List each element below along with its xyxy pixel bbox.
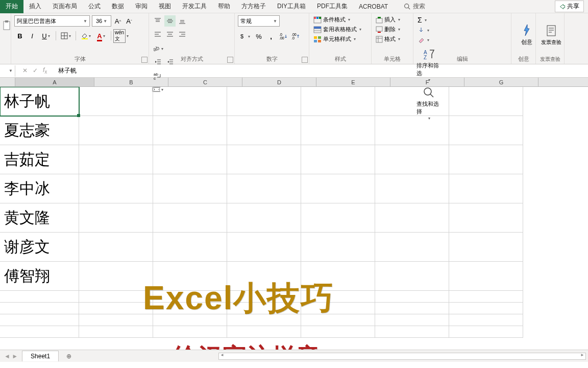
cell-a6[interactable]: 谢彦文 (0, 233, 79, 262)
cell-a2[interactable]: 夏志豪 (0, 116, 79, 145)
cell[interactable] (0, 314, 79, 326)
cell[interactable] (79, 262, 153, 291)
comma-button[interactable]: , (265, 31, 277, 42)
number-format-select[interactable]: 常规▼ (238, 15, 280, 27)
cell[interactable] (301, 145, 375, 174)
col-header-d[interactable]: D (242, 78, 316, 86)
cell[interactable] (375, 116, 449, 145)
cell[interactable] (449, 233, 523, 262)
cell[interactable] (153, 87, 227, 116)
wrap-text-button[interactable]: abc (152, 71, 163, 82)
cell-a4[interactable]: 李中冰 (0, 174, 79, 203)
tab-home[interactable]: 开始 (0, 0, 23, 13)
format-table-button[interactable]: 套用表格格式▾ (312, 25, 368, 34)
align-bottom-button[interactable] (177, 15, 188, 27)
increase-font-button[interactable]: A^ (113, 15, 122, 27)
format-cells-button[interactable]: 格式▾ (375, 35, 410, 43)
fx-button[interactable]: fx (43, 66, 47, 75)
percent-button[interactable]: % (253, 31, 264, 42)
cell[interactable] (375, 87, 449, 116)
cell[interactable] (449, 116, 523, 145)
horizontal-scrollbar[interactable] (218, 353, 586, 360)
cell[interactable] (153, 145, 227, 174)
alignment-dialog-launcher[interactable] (227, 57, 233, 63)
italic-button[interactable]: I (27, 30, 38, 41)
phonetic-button[interactable]: wén文▾ (114, 30, 128, 41)
col-header-a[interactable]: A (15, 78, 94, 86)
cell[interactable] (375, 303, 449, 314)
font-name-select[interactable]: 阿里巴巴普惠体▼ (14, 15, 90, 27)
search-box[interactable]: 搜索 (404, 2, 425, 11)
tab-developer[interactable]: 开发工具 (177, 0, 212, 13)
cell[interactable] (449, 174, 523, 203)
ideas-button[interactable]: 创意 (514, 15, 539, 52)
cell[interactable] (79, 326, 153, 338)
cell[interactable] (79, 233, 153, 262)
cell[interactable] (449, 314, 523, 326)
cell[interactable] (0, 291, 79, 303)
cell[interactable] (375, 314, 449, 326)
cell-styles-button[interactable]: 单元格样式▾ (312, 35, 368, 43)
cell[interactable] (227, 116, 301, 145)
cell[interactable] (0, 326, 79, 338)
add-sheet-button[interactable]: ⊕ (63, 350, 75, 362)
cell[interactable] (153, 174, 227, 203)
cell[interactable] (449, 145, 523, 174)
spreadsheet-grid[interactable]: 林子帆 夏志豪 吉茹定 李中冰 黄文隆 谢彦文 傅智翔 Excel小技巧 给汉字… (0, 87, 588, 350)
enter-formula-button[interactable]: ✓ (33, 67, 38, 74)
cell[interactable] (449, 203, 523, 233)
conditional-format-button[interactable]: 条件格式▾ (312, 15, 368, 24)
tab-pdf[interactable]: PDF工具集 (311, 0, 353, 13)
cell[interactable] (0, 303, 79, 314)
increase-decimal-button[interactable]: .0.00 (278, 31, 289, 42)
delete-cells-button[interactable]: 删除▾ (375, 25, 410, 34)
cell[interactable] (227, 145, 301, 174)
cell[interactable] (79, 174, 153, 203)
fill-button[interactable]: ▾ (416, 26, 508, 34)
cell[interactable] (449, 87, 523, 116)
cell[interactable] (449, 326, 523, 338)
sort-filter-button[interactable]: AZ 排序和筛选▾ (416, 46, 441, 82)
name-box[interactable]: ▼ (0, 65, 15, 77)
tab-diy[interactable]: DIY工具箱 (272, 0, 311, 13)
align-left-button[interactable] (152, 29, 163, 40)
tab-help[interactable]: 帮助 (212, 0, 236, 13)
fill-color-button[interactable]: ▾ (79, 30, 93, 41)
cell[interactable] (375, 262, 449, 291)
cell[interactable] (375, 233, 449, 262)
cell[interactable] (79, 116, 153, 145)
bold-button[interactable]: B (14, 30, 26, 41)
col-header-e[interactable]: E (316, 78, 390, 86)
cell[interactable] (449, 291, 523, 303)
cell[interactable] (79, 87, 153, 116)
clear-button[interactable]: ▾ (416, 36, 508, 44)
font-color-button[interactable]: A▾ (94, 30, 108, 41)
decrease-font-button[interactable]: Aˇ (125, 15, 134, 27)
align-top-button[interactable] (152, 15, 163, 27)
tab-data[interactable]: 数据 (106, 0, 130, 13)
accounting-button[interactable]: $▾ (238, 31, 252, 42)
cell[interactable] (375, 203, 449, 233)
cancel-formula-button[interactable]: ✕ (22, 67, 28, 74)
cell-a3[interactable]: 吉茹定 (0, 145, 79, 174)
formula-input[interactable]: 林子帆 (54, 66, 588, 75)
align-right-button[interactable] (177, 29, 188, 40)
border-button[interactable]: ▾ (59, 30, 73, 41)
cell-a1[interactable]: 林子帆 (0, 87, 79, 116)
cell-a5[interactable]: 黄文隆 (0, 203, 79, 233)
tab-page-layout[interactable]: 页面布局 (47, 0, 83, 13)
tab-formulas[interactable]: 公式 (83, 0, 106, 13)
align-middle-button[interactable] (164, 15, 176, 27)
select-all-corner[interactable] (0, 78, 15, 86)
share-button[interactable]: 共享 (555, 1, 584, 12)
cell[interactable] (79, 291, 153, 303)
autosum-button[interactable]: Σ▾ (416, 15, 508, 25)
font-dialog-launcher[interactable] (141, 57, 148, 63)
cell[interactable] (153, 233, 227, 262)
cell[interactable] (301, 116, 375, 145)
cell[interactable] (301, 174, 375, 203)
sheet-nav[interactable]: ◄ ► (0, 353, 22, 360)
cell[interactable] (375, 291, 449, 303)
tab-review[interactable]: 审阅 (130, 0, 153, 13)
cell[interactable] (227, 203, 301, 233)
